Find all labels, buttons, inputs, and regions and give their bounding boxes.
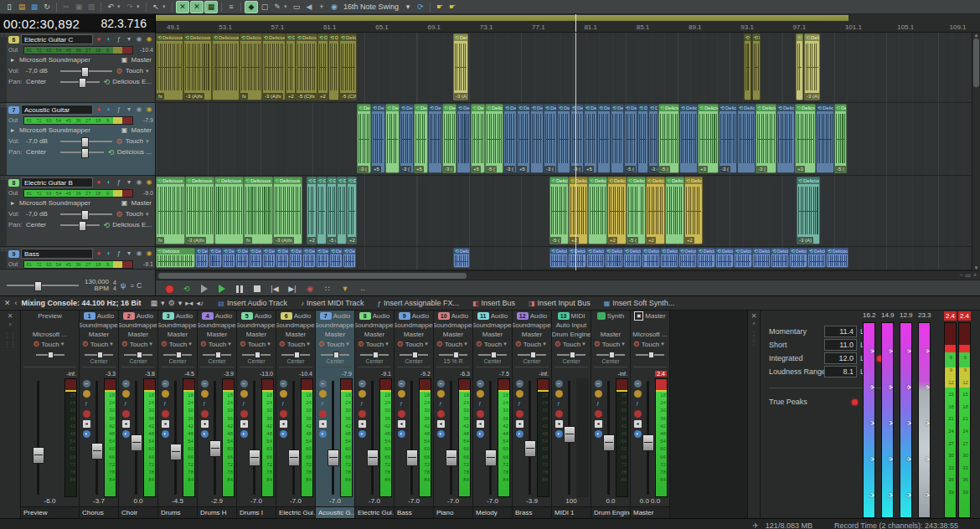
track-header[interactable]: ⣿⣿6Electric Guitar C●◐ƒ▾◉◉Out81726354453… — [0, 33, 155, 103]
open-folder-icon[interactable]: ▤ — [16, 2, 28, 13]
audio-clip[interactable]: ⟲Delicious — [752, 33, 761, 100]
clip-header[interactable]: ⟲Delicious — [358, 105, 370, 111]
horizontal-scroll-thumb[interactable] — [158, 273, 467, 279]
clip-header[interactable]: ⟲Delicious — [400, 105, 413, 111]
fx-icon[interactable]: ƒ — [595, 400, 602, 408]
timeline-ruler[interactable]: 49.153.157.161.165.169.173.177.181.185.1… — [156, 14, 980, 33]
audio-clip[interactable]: ⟲Delicious+5 — [517, 104, 530, 173]
strip-input-row[interactable]: Soundmapper — [237, 321, 276, 330]
pan-slider-handle[interactable] — [48, 352, 54, 358]
gain-knob-icon[interactable] — [595, 390, 602, 398]
pan-slider-handle[interactable] — [373, 352, 379, 358]
track-grip[interactable]: ⣿⣿ — [0, 176, 7, 246]
clip-header[interactable]: ⟲Delicious — [756, 105, 776, 111]
pan-slider[interactable] — [60, 152, 104, 153]
automation-gear-icon[interactable]: ⚙ — [594, 340, 601, 348]
clip-header[interactable]: ⟲Delicious — [429, 105, 441, 111]
mute-icon[interactable]: ◐ — [477, 430, 484, 438]
gain-knob-icon[interactable] — [477, 390, 484, 398]
strip-output-row[interactable]: Microsoft ... — [21, 330, 79, 339]
pattern-tool-icon[interactable]: ☛ — [446, 2, 458, 13]
automation-gear-icon[interactable]: ⚙ — [116, 67, 123, 75]
track-output-label[interactable]: Master — [132, 126, 152, 134]
automation-gear-icon[interactable]: ⚙ — [476, 340, 482, 348]
pan-slider[interactable] — [400, 354, 428, 356]
audio-clip[interactable]: ⟲Delicious-5 (C)fx — [339, 33, 357, 100]
fx-icon[interactable]: ƒ — [240, 400, 248, 408]
pan-slider-handle[interactable] — [412, 352, 418, 358]
audio-clip[interactable]: ⟲Delicious — [453, 248, 470, 268]
volume-slider-handle[interactable] — [81, 137, 89, 147]
audio-clip[interactable]: ⟲Delicious+3 — [698, 104, 719, 173]
pan-slider[interactable] — [281, 354, 310, 356]
draw-tool-icon[interactable]: ✎ — [271, 2, 283, 13]
strip-output-row[interactable]: Master — [158, 330, 197, 339]
strip-input-row[interactable] — [631, 321, 669, 330]
record-automation-button[interactable]: ◉ — [305, 283, 315, 295]
freeze-icon[interactable]: ◉ — [145, 178, 153, 187]
pan-slider[interactable] — [242, 354, 271, 356]
view-dropdown-icon[interactable]: ▾ — [161, 299, 165, 307]
audio-clip[interactable]: ⟲Delicious-3 (A) — [804, 33, 820, 100]
time-signature[interactable]: 4 4 — [113, 280, 116, 291]
clip-header[interactable]: ⟲Delicious — [685, 177, 702, 184]
clip-header[interactable]: ⟲Delicious — [386, 105, 399, 111]
tuning-fork-icon[interactable]: ψ — [121, 281, 126, 290]
audio-clip[interactable]: ⟲Delicious — [328, 33, 339, 100]
track-header[interactable]: ⣿⣿7Acoustic Guitar●◐ƒ▾◉◉Out8172635445362… — [0, 103, 155, 176]
record-button[interactable] — [164, 283, 174, 295]
channel-fader[interactable] — [446, 378, 456, 497]
input-monitor-icon[interactable]: ◂ — [240, 420, 248, 428]
clip-header[interactable]: ⟲Delicious — [329, 34, 338, 41]
input-monitor-icon[interactable]: ◂ — [634, 420, 642, 428]
clip-header[interactable]: ⟲Delicious — [659, 105, 678, 111]
clip-header[interactable]: ⟲Delicious — [627, 177, 645, 184]
audio-clip[interactable]: ⟲Delicious — [195, 248, 209, 268]
input-monitor-icon[interactable]: ◂ — [595, 420, 602, 428]
automation-mode[interactable]: Touch — [130, 341, 147, 348]
automation-dropdown-icon[interactable]: ▾ — [110, 341, 116, 347]
scroll-down-icon[interactable]: ▼ — [974, 265, 979, 270]
automation-gear-icon[interactable]: ⚙ — [554, 340, 561, 348]
channel-strip[interactable]: 11AudioSoundmapperMaster⚙Touch▾Center-7.… — [473, 311, 513, 518]
strip-name[interactable]: Melody — [473, 506, 512, 518]
audio-clip[interactable]: ⟲Delicious — [660, 248, 678, 268]
clip-header[interactable]: ⟲Delicious — [330, 249, 342, 254]
volume-value[interactable]: -7,0 dB — [26, 210, 56, 218]
audio-clip[interactable]: ⟲Delicious — [262, 248, 276, 268]
envelope-tool-icon[interactable]: ☛ — [434, 2, 446, 13]
audio-clip[interactable]: ⟲Delicious+2 — [646, 177, 665, 244]
channel-strip[interactable]: 8AudioSoundmapperMaster⚙Touch▾Center-9.1… — [355, 311, 395, 518]
audio-clip[interactable]: ⟲Delicious — [568, 248, 586, 268]
pan-slider-handle[interactable] — [215, 352, 221, 358]
audio-clip[interactable]: ⟲Delicious-5 ( — [327, 177, 337, 244]
channel-fader[interactable] — [249, 378, 260, 497]
input-monitor-icon[interactable]: ◂ — [358, 420, 366, 428]
fx-icon[interactable]: ƒ — [634, 400, 642, 408]
audio-clip[interactable]: ⟲Delicious+2 — [684, 177, 703, 244]
gain-knob-icon[interactable] — [162, 390, 169, 398]
fx-icon[interactable]: ƒ — [83, 400, 90, 408]
interleave-icon[interactable]: ~ — [280, 380, 287, 388]
dropdown-arrow-icon[interactable]: ▾ — [162, 3, 168, 10]
automation-mode[interactable]: Touch — [524, 341, 541, 348]
dropdown-icon[interactable]: ▾ — [125, 35, 133, 44]
pan-slider-handle[interactable] — [648, 352, 654, 358]
input-monitor-icon[interactable]: ◂ — [83, 420, 90, 428]
audio-clip[interactable]: ⟲Delicious-3 (A)fx — [183, 33, 212, 100]
audio-clip[interactable]: ⟲Delicious-3 (A)fx — [262, 33, 286, 100]
fx-icon[interactable]: ƒ — [477, 400, 484, 408]
mute-icon[interactable]: ◐ — [555, 430, 563, 438]
pan-slider-handle[interactable] — [81, 148, 89, 158]
record-arm-icon[interactable] — [634, 410, 642, 418]
record-arm-icon[interactable] — [280, 410, 287, 418]
mute-icon[interactable]: ◐ — [83, 430, 90, 438]
automation-mode[interactable]: Touch — [209, 341, 226, 348]
gain-knob-icon[interactable] — [516, 390, 524, 398]
loop-button[interactable]: ⟲ — [182, 283, 192, 295]
clip-header[interactable]: ⟲Delicious — [544, 105, 556, 111]
channel-strip[interactable]: 13MIDIAuto InputDrum Engine⚙Touch▾Center… — [552, 311, 591, 518]
drag-grip[interactable]: ⋮⋮⋮⋮⋮⋮ — [4, 332, 16, 347]
clip-header[interactable]: ⟲Delicious — [340, 34, 356, 41]
time-display[interactable]: 00:02:30,892 82.3.716 — [0, 14, 156, 33]
